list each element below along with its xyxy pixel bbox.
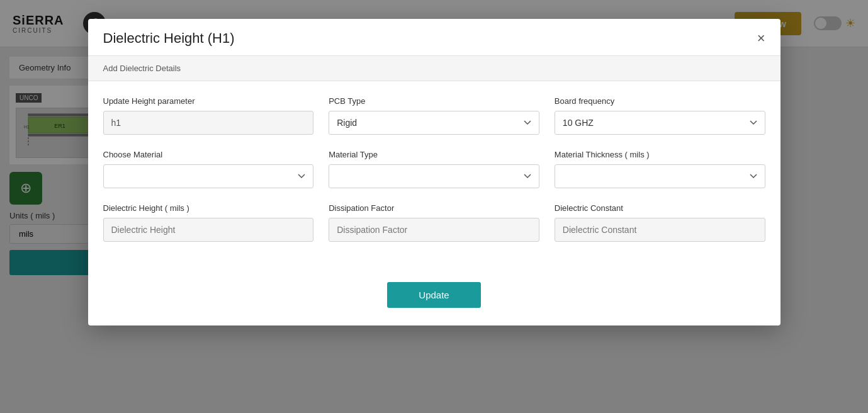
update-height-group: Update Height parameter [103, 96, 314, 135]
form-row-1: Update Height parameter PCB Type Rigid F… [103, 96, 765, 135]
modal-footer: Update [88, 272, 781, 325]
update-height-label: Update Height parameter [103, 96, 314, 106]
board-frequency-label: Board frequency [555, 96, 765, 106]
board-frequency-group: Board frequency 1 GHZ 5 GHZ 10 GHZ 20 GH… [555, 96, 765, 135]
form-row-2: Choose Material Material Type Material T… [103, 150, 765, 188]
pcb-type-group: PCB Type Rigid Flexible Rigid-Flex [329, 96, 539, 135]
material-type-select[interactable] [329, 164, 539, 188]
material-thickness-select[interactable] [555, 164, 765, 188]
dielectric-height-group: Dielectric Height ( mils ) [103, 203, 314, 242]
modal-overlay: Dielectric Height (H1) × Add Dielectric … [0, 0, 868, 413]
dielectric-height-input[interactable] [103, 218, 314, 242]
material-type-group: Material Type [329, 150, 539, 188]
dissipation-factor-input[interactable] [329, 218, 539, 242]
update-button[interactable]: Update [387, 282, 480, 308]
modal-body: Update Height parameter PCB Type Rigid F… [88, 81, 781, 272]
modal-header: Dielectric Height (H1) × [88, 19, 781, 56]
dielectric-constant-input[interactable] [555, 218, 765, 242]
dielectric-constant-group: Dielectric Constant [555, 203, 765, 242]
update-height-input[interactable] [103, 111, 314, 135]
dielectric-height-label: Dielectric Height ( mils ) [103, 203, 314, 213]
modal-subheader-text: Add Dielectric Details [103, 64, 181, 73]
pcb-type-select[interactable]: Rigid Flexible Rigid-Flex [329, 111, 539, 135]
choose-material-label: Choose Material [103, 150, 314, 159]
dissipation-factor-group: Dissipation Factor [329, 203, 539, 242]
choose-material-group: Choose Material [103, 150, 314, 188]
choose-material-select[interactable] [103, 164, 314, 188]
pcb-type-label: PCB Type [329, 96, 539, 106]
dielectric-constant-label: Dielectric Constant [555, 203, 765, 213]
dielectric-height-modal: Dielectric Height (H1) × Add Dielectric … [88, 19, 781, 325]
material-thickness-group: Material Thickness ( mils ) [555, 150, 765, 188]
form-row-3: Dielectric Height ( mils ) Dissipation F… [103, 203, 765, 242]
modal-close-button[interactable]: × [757, 31, 765, 45]
board-frequency-select[interactable]: 1 GHZ 5 GHZ 10 GHZ 20 GHZ [555, 111, 765, 135]
dissipation-factor-label: Dissipation Factor [329, 203, 539, 213]
material-thickness-label: Material Thickness ( mils ) [555, 150, 765, 159]
modal-title: Dielectric Height (H1) [103, 30, 235, 47]
modal-subheader: Add Dielectric Details [88, 56, 781, 81]
material-type-label: Material Type [329, 150, 539, 159]
